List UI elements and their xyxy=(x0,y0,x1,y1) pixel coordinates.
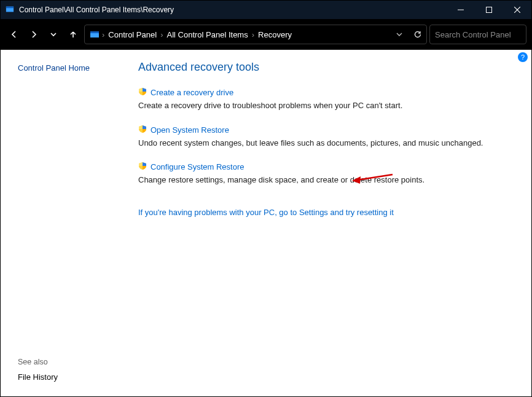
breadcrumb[interactable]: All Control Panel Items xyxy=(165,30,249,39)
tool-item: Configure System Restore Change restore … xyxy=(138,162,513,186)
shield-icon xyxy=(138,87,147,98)
chevron-right-icon: › xyxy=(160,30,163,39)
shield-icon xyxy=(138,162,147,172)
window-title: Control Panel\All Control Panel Items\Re… xyxy=(19,6,174,14)
create-recovery-drive-link[interactable]: Create a recovery drive xyxy=(151,88,233,97)
up-button[interactable] xyxy=(65,26,82,43)
minimize-button[interactable] xyxy=(447,1,475,19)
chevron-right-icon: › xyxy=(102,30,104,39)
see-also-link-file-history[interactable]: File History xyxy=(18,372,130,382)
tool-description: Create a recovery drive to troubleshoot … xyxy=(138,100,513,111)
recent-locations-button[interactable] xyxy=(45,26,62,43)
svg-rect-7 xyxy=(90,31,99,33)
search-input[interactable] xyxy=(435,30,532,39)
forward-button[interactable] xyxy=(25,26,42,43)
location-icon xyxy=(90,29,100,39)
breadcrumb[interactable]: Recovery xyxy=(257,30,293,39)
breadcrumb[interactable]: Control Panel xyxy=(107,30,158,39)
maximize-button[interactable] xyxy=(475,1,503,19)
page-title: Advanced recovery tools xyxy=(138,61,513,74)
back-button[interactable] xyxy=(6,26,23,43)
control-panel-home-link[interactable]: Control Panel Home xyxy=(18,63,130,73)
see-also-header: See also xyxy=(18,358,130,366)
tool-item: Open System Restore Undo recent system c… xyxy=(138,125,513,149)
see-also-section: See also File History xyxy=(18,358,130,396)
tool-description: Undo recent system changes, but leave fi… xyxy=(138,138,513,149)
address-bar[interactable]: › Control Panel › All Control Panel Item… xyxy=(84,25,427,44)
svg-rect-3 xyxy=(487,7,492,13)
search-box[interactable] xyxy=(429,25,526,44)
svg-rect-1 xyxy=(6,7,14,9)
content-area: ? Control Panel Home See also File Histo… xyxy=(1,50,531,396)
sidebar: Control Panel Home See also File History xyxy=(1,50,130,396)
control-panel-icon xyxy=(6,5,15,15)
navbar: › Control Panel › All Control Panel Item… xyxy=(1,19,531,50)
control-panel-window: Control Panel\All Control Panel Items\Re… xyxy=(0,0,532,397)
chevron-right-icon: › xyxy=(252,30,254,39)
close-button[interactable] xyxy=(503,1,531,19)
tool-description: Change restore settings, manage disk spa… xyxy=(138,175,513,186)
chevron-down-icon[interactable] xyxy=(394,29,404,39)
tool-item: Create a recovery drive Create a recover… xyxy=(138,87,513,111)
refresh-button[interactable] xyxy=(413,29,423,39)
configure-system-restore-link[interactable]: Configure System Restore xyxy=(151,162,244,171)
titlebar: Control Panel\All Control Panel Items\Re… xyxy=(1,1,531,19)
open-system-restore-link[interactable]: Open System Restore xyxy=(151,125,229,135)
shield-icon xyxy=(138,125,147,135)
main-content: Advanced recovery tools Create a recover… xyxy=(130,50,531,396)
reset-pc-link[interactable]: If you're having problems with your PC, … xyxy=(138,208,394,217)
